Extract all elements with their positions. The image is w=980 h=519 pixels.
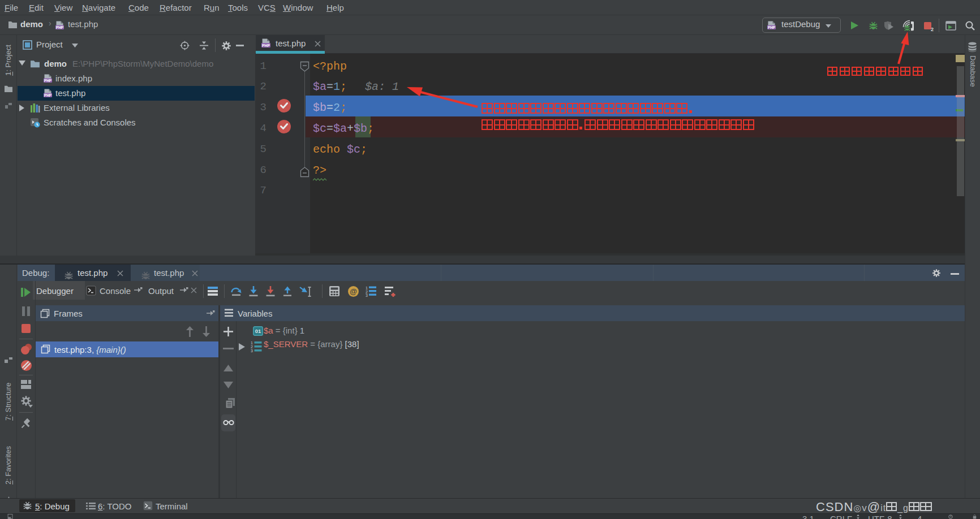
svg-text:PHP: PHP xyxy=(44,93,52,97)
svg-text:?: ? xyxy=(950,516,952,518)
svg-text:1: 1 xyxy=(251,341,253,345)
svg-text:PHP: PHP xyxy=(262,44,270,47)
svg-text:PHP: PHP xyxy=(44,79,52,83)
svg-text:PHP: PHP xyxy=(768,25,776,29)
svg-text:PHP: PHP xyxy=(56,25,64,29)
svg-text:3: 3 xyxy=(251,349,253,353)
svg-text:01: 01 xyxy=(255,328,261,334)
svg-text:@: @ xyxy=(350,287,357,296)
svg-text:3: 3 xyxy=(366,293,368,297)
svg-text:2: 2 xyxy=(931,27,934,32)
svg-text:2: 2 xyxy=(251,345,253,349)
